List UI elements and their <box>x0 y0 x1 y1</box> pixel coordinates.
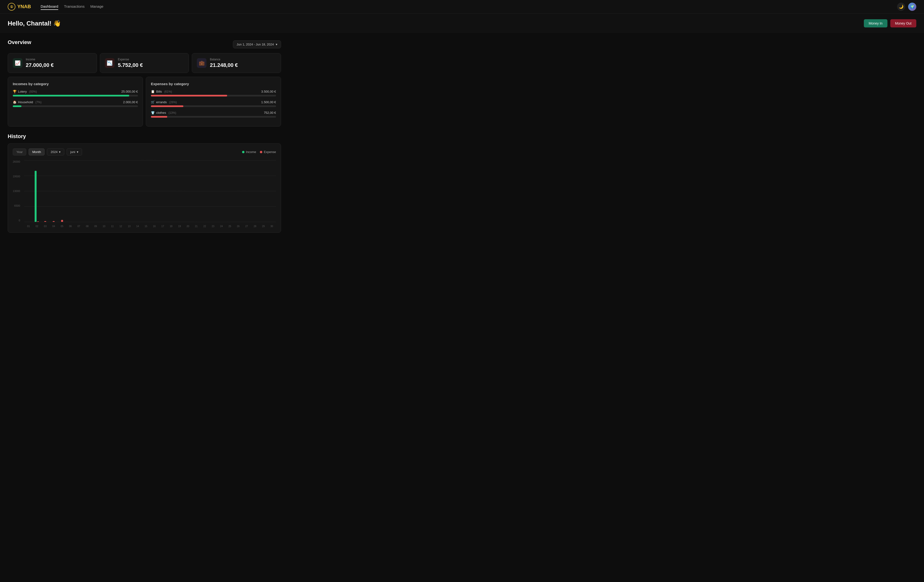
x-label-30: 30 <box>267 225 276 228</box>
chevron-down-icon: ▾ <box>276 43 277 46</box>
x-label-04: 04 <box>50 225 58 228</box>
incomes-by-category-panel: Incomes by category 🏆 Lotery (93%) 25.00… <box>8 77 143 127</box>
chart-col-06 <box>66 160 74 222</box>
expense-value: 5.752,00 € <box>118 62 143 68</box>
x-label-03: 03 <box>41 225 50 228</box>
category-item-clothes: 👕 clothes (13%) 752,00 € <box>151 111 276 118</box>
avatar[interactable]: 🌍 <box>908 3 916 11</box>
x-label-01: 01 <box>24 225 33 228</box>
chart-col-24 <box>217 160 226 222</box>
bar-expense-04 <box>53 221 54 222</box>
history-panel: Year Month 2024 ▾ juni ▾ Income Expense <box>8 143 281 232</box>
errands-progress-fill <box>151 106 183 107</box>
chart-col-13 <box>125 160 133 222</box>
money-in-button[interactable]: Money In <box>864 19 888 27</box>
x-label-24: 24 <box>217 225 226 228</box>
category-item-bills: 📋 Bills (61%) 3.500,00 € <box>151 90 276 96</box>
app-logo[interactable]: ① YNAB <box>8 3 31 11</box>
chart-x-labels: 0102030405060708091011121314151617181920… <box>24 225 276 228</box>
chart-col-11 <box>108 160 117 222</box>
lotery-progress-fill <box>13 95 129 96</box>
nav-transactions[interactable]: Transactions <box>64 3 84 10</box>
category-item-household: 🏠 Household (7%) 2.000,00 € <box>13 101 138 107</box>
header-actions: Money In Money Out <box>864 19 916 27</box>
lotery-label: 🏆 Lotery (93%) <box>13 90 37 93</box>
date-range-picker[interactable]: Jun 1, 2024 - Jun 18, 2024 ▾ <box>233 40 281 48</box>
month-selector[interactable]: juni ▾ <box>67 148 82 155</box>
chart-col-20 <box>183 160 192 222</box>
chart-col-09 <box>91 160 100 222</box>
clothes-name: clothes <box>156 111 166 115</box>
bills-pct: (61%) <box>164 90 172 93</box>
household-progress-bg <box>13 106 138 107</box>
bar-income-02 <box>35 171 36 222</box>
lotery-amount: 25.000,00 € <box>121 90 138 93</box>
x-label-02: 02 <box>33 225 41 228</box>
legend-income: Income <box>242 150 256 154</box>
chart-col-27 <box>242 160 251 222</box>
nav-dashboard[interactable]: Dashboard <box>41 3 58 10</box>
navbar: ① YNAB Dashboard Transactions Manage 🌙 🌍 <box>0 0 924 13</box>
errands-label: 🛒 errands (26%) <box>151 101 177 104</box>
history-controls: Year Month 2024 ▾ juni ▾ Income Expense <box>13 148 276 155</box>
expenses-category-title: Expenses by category <box>151 82 276 86</box>
bills-icon: 📋 <box>151 90 155 93</box>
income-legend-dot <box>242 151 244 153</box>
x-label-20: 20 <box>183 225 192 228</box>
y-label-13000: 13000 <box>13 190 20 193</box>
x-label-17: 17 <box>158 225 167 228</box>
chart-bars <box>24 160 276 222</box>
bills-progress-bg <box>151 95 276 96</box>
bar-expense-05 <box>61 220 63 222</box>
y-label-19500: 19500 <box>13 175 20 178</box>
balance-value: 21.248,00 € <box>210 62 238 68</box>
x-label-06: 06 <box>66 225 74 228</box>
x-label-16: 16 <box>150 225 158 228</box>
household-pct: (7%) <box>35 101 41 104</box>
chart-col-22 <box>200 160 209 222</box>
chart-area: 26000 19500 13000 6500 0 010203040506070… <box>13 160 276 228</box>
page-header: Hello, Chantal! 👋 Money In Money Out <box>0 13 924 33</box>
expense-label: Expense <box>118 58 143 61</box>
money-out-button[interactable]: Money Out <box>890 19 916 27</box>
income-label: Income <box>26 58 54 61</box>
overview-title: Overview <box>8 39 31 46</box>
theme-toggle-button[interactable]: 🌙 <box>897 3 905 11</box>
expense-legend-dot <box>260 151 262 153</box>
toggle-year-button[interactable]: Year <box>13 148 26 155</box>
expenses-by-category-panel: Expenses by category 📋 Bills (61%) 3.500… <box>146 77 281 127</box>
lotery-icon: 🏆 <box>13 90 16 93</box>
expense-icon: 📉 <box>105 58 114 68</box>
chart-col-10 <box>100 160 108 222</box>
bills-name: Bills <box>156 90 162 93</box>
chart-col-17 <box>158 160 167 222</box>
x-label-29: 29 <box>259 225 267 228</box>
main-content: Overview Jun 1, 2024 - Jun 18, 2024 ▾ 📈 … <box>0 33 289 239</box>
clothes-progress-fill <box>151 116 167 118</box>
toggle-month-button[interactable]: Month <box>29 148 45 155</box>
bills-header: 📋 Bills (61%) 3.500,00 € <box>151 90 276 93</box>
nav-manage[interactable]: Manage <box>90 3 103 10</box>
clothes-progress-bg <box>151 116 276 118</box>
x-label-09: 09 <box>91 225 100 228</box>
lotery-header: 🏆 Lotery (93%) 25.000,00 € <box>13 90 138 93</box>
lotery-pct: (93%) <box>29 90 37 93</box>
x-label-10: 10 <box>100 225 108 228</box>
income-legend-label: Income <box>246 150 256 154</box>
chart-col-07 <box>74 160 83 222</box>
greeting-text: Hello, Chantal! 👋 <box>8 20 61 27</box>
bills-label: 📋 Bills (61%) <box>151 90 172 93</box>
category-item-lotery: 🏆 Lotery (93%) 25.000,00 € <box>13 90 138 96</box>
chart-col-15 <box>142 160 150 222</box>
chart-col-16 <box>150 160 158 222</box>
chart-col-18 <box>167 160 175 222</box>
category-row: Incomes by category 🏆 Lotery (93%) 25.00… <box>8 77 281 127</box>
year-selector[interactable]: 2024 ▾ <box>47 148 64 155</box>
app-name: YNAB <box>17 4 31 9</box>
income-icon: 📈 <box>13 58 22 68</box>
y-label-26000: 26000 <box>13 160 20 163</box>
x-label-13: 13 <box>125 225 133 228</box>
errands-name: errands <box>156 101 167 104</box>
chart-col-21 <box>192 160 200 222</box>
chart-y-labels: 26000 19500 13000 6500 0 <box>13 160 22 222</box>
